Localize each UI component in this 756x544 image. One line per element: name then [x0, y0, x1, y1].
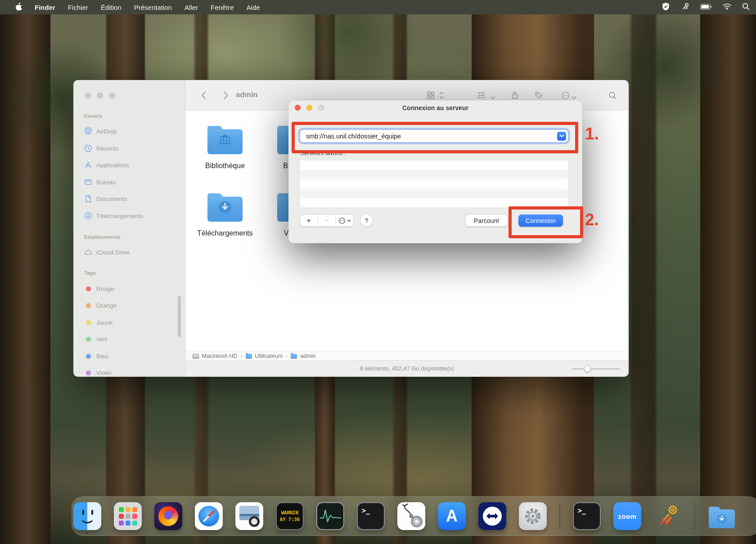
- drive-icon: [193, 354, 199, 359]
- folder-label[interactable]: Téléchargements: [191, 229, 259, 237]
- icon-view-icon[interactable]: [427, 91, 435, 101]
- menu-item-aide[interactable]: Aide: [247, 4, 260, 11]
- sidebar-item-recents[interactable]: Récents: [80, 142, 180, 155]
- terminal-prompt: >_: [578, 507, 586, 515]
- path-segment[interactable]: Utilisateurs: [255, 353, 283, 359]
- apple-menu-icon[interactable]: [14, 3, 22, 12]
- dock-item-system-settings[interactable]: [519, 502, 547, 530]
- menu-status-icons: [662, 0, 750, 14]
- firefox-icon: [158, 506, 178, 526]
- minimize-button[interactable]: [97, 93, 103, 98]
- menu-item-edition[interactable]: Édition: [101, 4, 122, 11]
- dock-item-activity-monitor[interactable]: [316, 502, 344, 530]
- sidebar-item-bureau[interactable]: Bureau: [80, 175, 180, 189]
- sidebar-item-tag-violet[interactable]: Violet: [80, 366, 180, 377]
- sidebar-scrollbar[interactable]: [178, 296, 181, 337]
- downloads-folder-icon: [709, 509, 735, 528]
- finder-face-detail: [82, 510, 84, 515]
- desktop-screen: Finder Fichier Édition Présentation Alle…: [0, 0, 756, 544]
- dock-item-finder[interactable]: [73, 502, 101, 530]
- sidebar-item-label: Téléchargements: [96, 213, 143, 219]
- sidebar-item-label: iCloud Drive: [96, 249, 130, 256]
- list-row: [300, 179, 568, 189]
- dock-item-safari[interactable]: [195, 502, 223, 530]
- download-icon: [84, 212, 92, 220]
- help-button[interactable]: ?: [360, 214, 373, 227]
- wifi-icon[interactable]: [723, 3, 731, 11]
- search-icon[interactable]: [608, 91, 617, 102]
- menu-item-presentation[interactable]: Présentation: [134, 4, 172, 11]
- tag-icon[interactable]: [535, 91, 543, 101]
- status-text: 8 éléments, 452,47 Go disponible(s): [185, 365, 629, 372]
- shield-check-icon[interactable]: [662, 2, 670, 12]
- path-chevron: ›: [241, 353, 243, 359]
- remove-server-button[interactable]: −: [318, 214, 336, 227]
- browse-button[interactable]: Parcourir: [466, 214, 508, 227]
- sidebar-item-tag-jaune[interactable]: Jaune: [80, 316, 180, 329]
- spotlight-search-icon[interactable]: [742, 3, 750, 12]
- dock-item-preview[interactable]: [235, 502, 263, 530]
- menu-item-fichier[interactable]: Fichier: [68, 4, 88, 11]
- back-button[interactable]: [199, 90, 208, 102]
- close-button[interactable]: [85, 93, 91, 98]
- window-title: admin: [236, 90, 258, 99]
- path-segment[interactable]: admin: [300, 353, 315, 359]
- path-chevron: ›: [286, 353, 288, 359]
- icon-size-slider[interactable]: [572, 368, 620, 370]
- dock-item-terminal[interactable]: >_: [357, 502, 385, 530]
- menu-item-finder[interactable]: Finder: [35, 4, 55, 11]
- comet-icon[interactable]: [681, 2, 689, 12]
- annotation-step1-rectangle: [292, 122, 578, 153]
- path-bar: Macintosh HD › Utilisateurs › admin: [185, 352, 629, 360]
- menu-item-fenetre[interactable]: Fenêtre: [211, 4, 234, 11]
- folder-bibliotheque[interactable]: [207, 125, 243, 154]
- dock-separator: [559, 503, 560, 529]
- dock-separator: [694, 503, 695, 529]
- menu-item-aller[interactable]: Aller: [184, 4, 198, 11]
- dock-item-terminal-2[interactable]: >_: [573, 502, 601, 530]
- battery-icon[interactable]: [700, 4, 712, 11]
- add-server-button[interactable]: +: [300, 214, 318, 227]
- dock-item-comet[interactable]: [654, 502, 682, 530]
- icloud-icon: [84, 248, 92, 256]
- dock-item-teamviewer[interactable]: [478, 502, 506, 530]
- folder-telechargements[interactable]: [207, 192, 243, 222]
- sidebar-item-applications[interactable]: Applications: [80, 158, 180, 172]
- dock-item-warning-clock[interactable]: WARNIN AY 7:36: [276, 502, 304, 530]
- sidebar-item-icloud[interactable]: iCloud Drive: [80, 245, 180, 259]
- slider-knob[interactable]: [584, 366, 591, 372]
- path-segment[interactable]: Macintosh HD: [202, 353, 238, 359]
- sidebar-item-tag-rouge[interactable]: Rouge: [80, 282, 180, 295]
- dock-item-launchpad[interactable]: [114, 502, 142, 530]
- dock-item-disk-utility[interactable]: [397, 502, 425, 530]
- sidebar-item-label: Bureau: [96, 179, 116, 186]
- sidebar-item-documents[interactable]: Documents: [80, 192, 180, 205]
- sidebar-item-label: Violet: [96, 370, 112, 376]
- download-emblem-icon: [218, 200, 233, 217]
- folder-label[interactable]: Bibliothèque: [191, 162, 259, 170]
- dock-item-firefox[interactable]: [154, 502, 182, 530]
- sidebar-header-favoris: Favoris: [84, 113, 103, 119]
- dock-item-zoom[interactable]: zoom: [613, 502, 641, 530]
- menu-items: Finder Fichier Édition Présentation Alle…: [35, 4, 260, 11]
- tag-dot-jaune: [86, 320, 91, 325]
- share-icon[interactable]: [511, 91, 519, 101]
- sidebar-item-tag-bleu[interactable]: Bleu: [80, 349, 180, 363]
- clock-icon: [84, 144, 92, 152]
- zoom-window-button[interactable]: [109, 93, 115, 98]
- favorite-servers-list[interactable]: [300, 161, 568, 207]
- sidebar-item-airdrop[interactable]: AirDrop: [80, 125, 180, 138]
- sidebar-item-tag-vert[interactable]: Vert: [80, 332, 180, 346]
- sidebar-item-label: Rouge: [96, 285, 114, 292]
- dock-item-app-store[interactable]: A: [438, 502, 466, 530]
- sidebar-item-label: Applications: [96, 162, 129, 169]
- sidebar-header-emplacements: Emplacements: [84, 234, 121, 240]
- dock-item-downloads-folder[interactable]: [708, 502, 736, 530]
- sidebar-item-label: Orange: [96, 302, 117, 309]
- forward-button[interactable]: [221, 90, 230, 102]
- sidebar-item-label: Bleu: [96, 353, 108, 360]
- group-view-icon[interactable]: [477, 91, 486, 101]
- sidebar-item-tag-orange[interactable]: Orange: [80, 299, 180, 312]
- sidebar-item-telechargements[interactable]: Téléchargements: [80, 209, 180, 223]
- server-actions-button[interactable]: [335, 214, 353, 227]
